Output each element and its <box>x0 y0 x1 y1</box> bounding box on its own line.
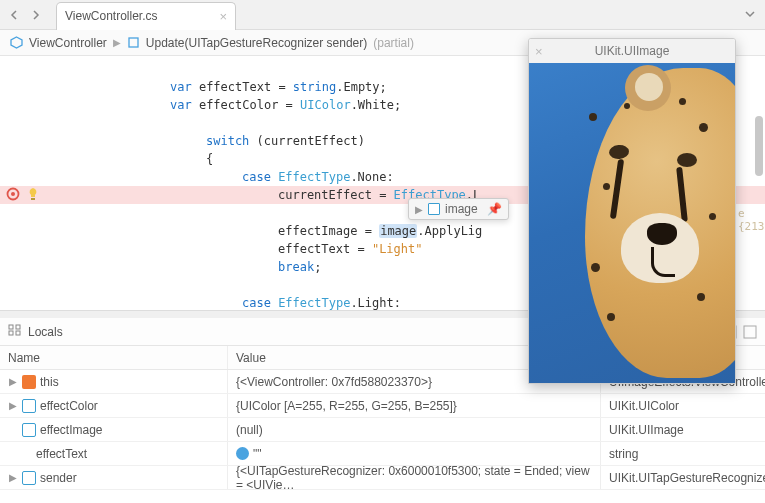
disclosure-icon[interactable]: ▶ <box>415 204 423 215</box>
hover-variable-name: image <box>445 202 478 216</box>
svg-rect-8 <box>16 331 20 335</box>
preview-title: UIKit.UIImage <box>595 44 670 58</box>
svg-rect-6 <box>9 331 13 335</box>
locals-row[interactable]: effectImage (null) UIKit.UIImage <box>0 418 765 442</box>
maximize-icon[interactable] <box>743 325 757 339</box>
column-name[interactable]: Name <box>0 346 228 369</box>
method-icon <box>127 36 140 49</box>
string-visualizer-icon[interactable] <box>236 447 249 460</box>
disclosure-icon[interactable]: ▶ <box>8 376 18 387</box>
svg-rect-5 <box>9 325 13 329</box>
pin-icon[interactable]: 📌 <box>487 202 502 216</box>
toolbar: ViewController.cs × <box>0 0 765 30</box>
object-icon <box>22 423 36 437</box>
breakpoint-icon[interactable] <box>6 187 20 201</box>
object-icon <box>428 203 440 215</box>
svg-marker-0 <box>11 37 22 48</box>
object-icon <box>22 399 36 413</box>
disclosure-icon[interactable]: ▶ <box>8 400 18 411</box>
breadcrumb-suffix: (partial) <box>373 36 414 50</box>
svg-rect-4 <box>31 198 35 200</box>
object-icon <box>22 471 36 485</box>
svg-rect-1 <box>129 38 138 47</box>
locals-rows: ▶this {<ViewController: 0x7fd588023370>}… <box>0 370 765 490</box>
preview-titlebar[interactable]: × UIKit.UIImage <box>529 39 735 63</box>
nav-back-button[interactable] <box>4 5 24 25</box>
nav-forward-button[interactable] <box>26 5 46 25</box>
breadcrumb-item[interactable]: Update(UITapGestureRecognizer sender) <box>146 36 367 50</box>
variable-hover-popup[interactable]: ▶ image 📌 <box>408 198 509 220</box>
gutter <box>0 56 60 318</box>
toolbar-overflow-button[interactable] <box>745 8 755 22</box>
svg-rect-7 <box>16 325 20 329</box>
svg-point-3 <box>11 192 15 196</box>
svg-rect-11 <box>744 326 756 338</box>
overflow-text: e {213.333 <box>738 207 765 233</box>
locals-row[interactable]: effectText "" string <box>0 442 765 466</box>
locals-row[interactable]: ▶sender {<UITapGestureRecognizer: 0x6000… <box>0 466 765 490</box>
breadcrumb-item[interactable]: ViewController <box>29 36 107 50</box>
image-preview-panel[interactable]: × UIKit.UIImage <box>528 38 736 384</box>
class-icon <box>10 36 23 49</box>
close-icon[interactable]: × <box>535 44 543 59</box>
preview-image <box>529 63 735 383</box>
tab-title: ViewController.cs <box>65 9 157 23</box>
chevron-right-icon: ▶ <box>113 37 121 48</box>
locals-row[interactable]: ▶effectColor {UIColor [A=255, R=255, G=2… <box>0 394 765 418</box>
locals-icon <box>8 323 22 340</box>
lightbulb-icon[interactable] <box>26 187 40 201</box>
close-icon[interactable]: × <box>219 9 227 24</box>
instance-icon <box>22 375 36 389</box>
vertical-scrollbar[interactable] <box>755 116 763 176</box>
disclosure-icon[interactable]: ▶ <box>8 472 18 483</box>
locals-title: Locals <box>28 325 63 339</box>
file-tab[interactable]: ViewController.cs × <box>56 2 236 30</box>
